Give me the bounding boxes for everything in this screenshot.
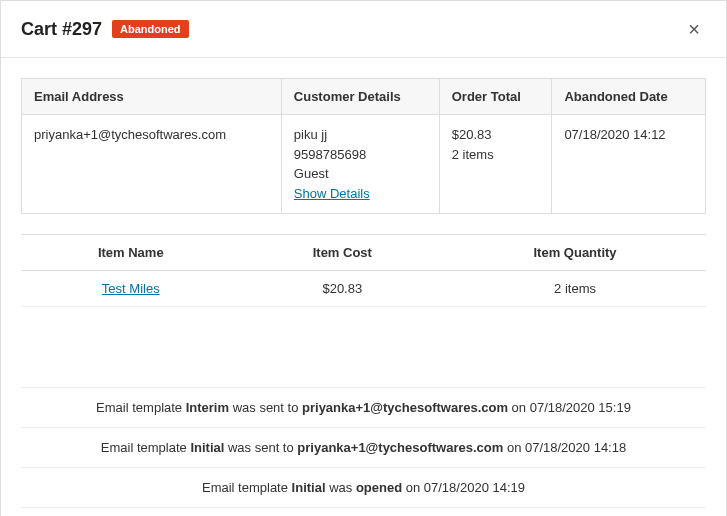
log-recipient: priyanka+1@tychesoftwares.com: [302, 400, 508, 415]
customer-name: piku jj: [294, 125, 427, 145]
log-action: opened: [356, 480, 402, 495]
log-line: Email template Initial was opened on 07/…: [21, 467, 706, 508]
status-badge: Abandoned: [112, 20, 189, 38]
col-date: Abandoned Date: [552, 79, 706, 115]
total-amount: $20.83: [452, 125, 540, 145]
cell-item-qty: 2 items: [444, 271, 706, 307]
modal-title: Cart #297: [21, 19, 102, 40]
col-item-qty: Item Quantity: [444, 235, 706, 271]
log-line: Email template Interim was sent to priya…: [21, 387, 706, 427]
cell-total: $20.83 2 items: [439, 115, 552, 214]
cell-date: 07/18/2020 14:12: [552, 115, 706, 214]
modal-header: Cart #297 Abandoned ×: [1, 1, 726, 58]
customer-type: Guest: [294, 164, 427, 184]
cell-email: priyanka+1@tychesoftwares.com: [22, 115, 282, 214]
col-customer: Customer Details: [281, 79, 439, 115]
log-template: Interim: [186, 400, 229, 415]
customer-phone: 9598785698: [294, 145, 427, 165]
col-item-cost: Item Cost: [241, 235, 445, 271]
log-recipient: priyanka+1@tychesoftwares.com: [297, 440, 503, 455]
info-table: Email Address Customer Details Order Tot…: [21, 78, 706, 214]
log-line: Email template Initial was sent to priya…: [21, 427, 706, 467]
log-template: Initial: [190, 440, 224, 455]
show-details-link[interactable]: Show Details: [294, 186, 370, 201]
cell-item-cost: $20.83: [241, 271, 445, 307]
modal-body: Email Address Customer Details Order Tot…: [1, 58, 726, 516]
col-item-name: Item Name: [21, 235, 241, 271]
col-email: Email Address: [22, 79, 282, 115]
cart-modal: Cart #297 Abandoned × Email Address Cust…: [0, 0, 727, 516]
items-table: Item Name Item Cost Item Quantity Test M…: [21, 234, 706, 307]
log-template: Initial: [292, 480, 326, 495]
modal-title-wrap: Cart #297 Abandoned: [21, 19, 189, 40]
item-link[interactable]: Test Miles: [102, 281, 160, 296]
total-items: 2 items: [452, 145, 540, 165]
cell-item-name: Test Miles: [21, 271, 241, 307]
cell-customer: piku jj 9598785698 Guest Show Details: [281, 115, 439, 214]
col-total: Order Total: [439, 79, 552, 115]
item-row: Test Miles $20.83 2 items: [21, 271, 706, 307]
info-row: priyanka+1@tychesoftwares.com piku jj 95…: [22, 115, 706, 214]
email-log-section: Email template Interim was sent to priya…: [21, 387, 706, 508]
close-icon[interactable]: ×: [682, 15, 706, 43]
